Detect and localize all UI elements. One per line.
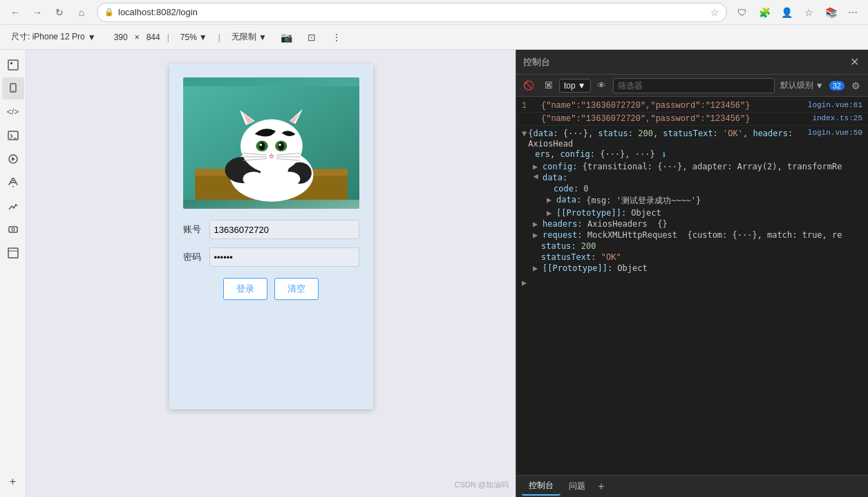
devtools-settings-btn[interactable]: ⚙	[847, 77, 864, 94]
tab-issues[interactable]: 问题	[562, 478, 592, 495]
profile-icon[interactable]: 👤	[777, 3, 796, 22]
device-emulation-btn[interactable]	[2, 77, 24, 100]
elements-btn[interactable]: </>	[2, 101, 24, 123]
request-expand: ▶	[533, 230, 540, 240]
login-page: 账号 密码 登录 清空	[169, 64, 373, 409]
memory-btn[interactable]	[2, 218, 24, 241]
nav-buttons: ← → ↻ ⌂	[6, 3, 91, 22]
performance-btn[interactable]	[2, 195, 24, 217]
console-panel-btn[interactable]	[2, 124, 24, 147]
top-label: top	[564, 81, 576, 91]
password-row: 密码	[183, 247, 359, 267]
data-expand-arrow: ▼	[531, 174, 541, 181]
url-text: localhost:8082/login	[118, 7, 706, 17]
browser-titlebar: ← → ↻ ⌂ 🔒 localhost:8082/login ☆ 🛡 🧩 👤 ☆…	[0, 0, 868, 25]
devtools-content[interactable]: 1 {"name":"13636072720","password":"1234…	[516, 97, 868, 475]
proto-root-row[interactable]: ▶ [[Prototype]] : Object	[522, 263, 862, 274]
add-panel-btn[interactable]: +	[2, 471, 24, 493]
back-button[interactable]: ←	[6, 3, 25, 22]
devtools-title: 控制台	[523, 56, 550, 68]
device-height: 844	[147, 32, 160, 42]
inspect-element-btn[interactable]	[2, 54, 24, 76]
refresh-button[interactable]: ↻	[50, 3, 69, 22]
mobile-frame: 账号 密码 登录 清空	[169, 64, 373, 409]
devtools-close-button[interactable]: ✕	[847, 55, 861, 69]
svg-point-23	[258, 142, 265, 150]
data-data-expand: ▶	[547, 195, 554, 205]
level-selector[interactable]: 默认级别 ▼	[777, 78, 827, 93]
watermark: CSDN @加油吗	[455, 480, 509, 490]
password-input[interactable]	[209, 247, 359, 267]
device-selector[interactable]: 尺寸: iPhone 12 Pro ▼	[7, 30, 100, 44]
svg-point-34	[243, 171, 264, 186]
account-row: 账号	[183, 220, 359, 239]
password-label: 密码	[183, 251, 204, 263]
login-button[interactable]: 登录	[223, 278, 267, 300]
log-source-obj[interactable]: login.vue:50	[808, 129, 862, 137]
device-dropdown-icon: ▼	[88, 32, 96, 42]
svg-rect-0	[8, 60, 18, 70]
more-toolbar-btn[interactable]: ⋮	[328, 28, 346, 46]
device-label: 尺寸: iPhone 12 Pro	[11, 31, 85, 43]
data-data-row[interactable]: ▶ data : {msg: '测试登录成功~~~~'}	[522, 194, 862, 207]
expand-more-row[interactable]: ▶	[516, 275, 868, 291]
eye-btn[interactable]: 👁	[594, 77, 610, 94]
main-area: </> +	[0, 50, 868, 497]
code-row[interactable]: code : 0	[522, 183, 862, 194]
device-width: 390	[114, 32, 128, 42]
fit-btn[interactable]: ⊡	[303, 28, 321, 46]
log-content-1: {"name":"13636072720","password":"123456…	[541, 101, 802, 111]
network-btn[interactable]	[2, 171, 24, 194]
capture-btn[interactable]: 📷	[278, 28, 296, 46]
collections-icon[interactable]: 📚	[821, 3, 840, 22]
filter-input[interactable]	[613, 78, 775, 93]
limit-selector[interactable]: 无限制 ▼	[227, 30, 271, 44]
request-row[interactable]: ▶ request : MockXMLHttpRequest {custom: …	[522, 229, 862, 241]
zoom-value: 75%	[180, 32, 197, 42]
forward-button[interactable]: →	[28, 3, 47, 22]
devtools-bottom-tabs: 控制台 问题 +	[516, 475, 868, 497]
dim-sep-3: |	[218, 32, 220, 42]
favorites-icon[interactable]: ☆	[799, 3, 818, 22]
add-tab-button[interactable]: +	[594, 479, 609, 494]
log-entry-1[interactable]: 1 {"name":"13636072720","password":"1234…	[516, 100, 868, 113]
log-source-1[interactable]: login.vue:61	[808, 101, 862, 109]
svg-point-5	[12, 186, 14, 187]
tab-console[interactable]: 控制台	[522, 477, 560, 496]
debugger-btn[interactable]	[2, 148, 24, 170]
star-icon[interactable]: ☆	[710, 7, 719, 18]
account-input[interactable]	[209, 220, 359, 239]
svg-rect-8	[8, 248, 18, 258]
dim-x: ×	[135, 32, 140, 42]
more-icon[interactable]: ⋯	[843, 3, 862, 22]
proto-data-row[interactable]: ▶ [[Prototype]] : Object	[522, 207, 862, 218]
data-section: ▼ data : code : 0 ▶ data	[522, 172, 862, 218]
clear-console-btn[interactable]: 🚫	[520, 77, 537, 94]
viewport: 账号 密码 登录 清空 CSDN @加油吗	[26, 50, 516, 497]
devtools-header: 控制台 ✕	[516, 50, 868, 75]
filter-btn[interactable]: 🗷	[540, 77, 556, 94]
svg-point-35	[279, 171, 300, 186]
clear-button[interactable]: 清空	[274, 278, 319, 300]
log-content-2: {"name":"13636072720","password":"123456…	[541, 114, 806, 124]
address-bar[interactable]: 🔒 localhost:8082/login ☆	[97, 3, 727, 22]
limit-label: 无限制	[232, 31, 256, 43]
data-row[interactable]: ▼ data :	[522, 172, 862, 183]
response-obj-row[interactable]: ▼ {data: {···}, status: 200, statusText:…	[522, 127, 862, 161]
level-dropdown-icon: ▼	[815, 81, 824, 91]
extensions-icon[interactable]: 🧩	[755, 3, 774, 22]
zoom-selector[interactable]: 75% ▼	[176, 31, 211, 44]
headers-row[interactable]: ▶ headers : AxiosHeaders {}	[522, 218, 862, 229]
svg-point-25	[259, 144, 261, 146]
log-entry-2[interactable]: {"name":"13636072720","password":"123456…	[516, 113, 868, 126]
log-source-2[interactable]: index.ts:25	[812, 114, 862, 122]
application-btn[interactable]	[2, 242, 24, 264]
context-selector[interactable]: top ▼	[559, 79, 591, 93]
config-row[interactable]: ▶ config : {transitional: {···}, adapter…	[522, 161, 862, 172]
shield-icon[interactable]: 🛡	[733, 3, 752, 22]
dim-sep-2: |	[167, 32, 169, 42]
devtools-toolbar: 🚫 🗷 top ▼ 👁 默认级别 ▼ 32 ⚙	[516, 75, 868, 97]
config-expand-arrow: ▶	[533, 162, 540, 171]
device-toolbar: 尺寸: iPhone 12 Pro ▼ 390 × 844 | 75% ▼ | …	[0, 25, 868, 50]
home-button[interactable]: ⌂	[72, 3, 91, 22]
